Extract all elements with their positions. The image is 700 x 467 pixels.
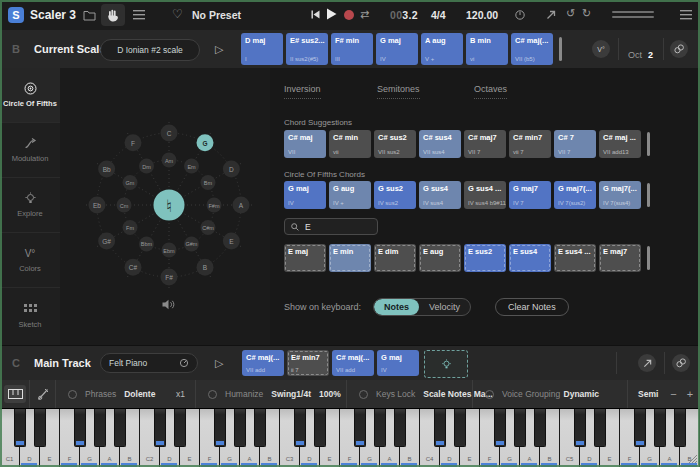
search-input[interactable] (303, 221, 367, 233)
chord-card[interactable]: E sus4 (509, 244, 551, 272)
black-key-F#[interactable] (634, 409, 646, 447)
keyboard-toggle-button[interactable] (4, 385, 26, 403)
tab-semitones[interactable]: Semitones (377, 84, 420, 99)
chord-card[interactable]: B minvi (466, 33, 508, 65)
chord-card[interactable]: C# min7vii 7 (509, 130, 551, 158)
chord-card[interactable]: G majIV (376, 33, 418, 65)
list-view-icon[interactable] (133, 10, 145, 20)
humanize-rate[interactable]: 1/4t (296, 389, 311, 399)
scrollbar-thumb[interactable] (647, 132, 650, 156)
black-key-G#[interactable] (94, 409, 106, 447)
chord-card[interactable]: C# maj(...VII add (242, 350, 284, 376)
sidebar-item-sketch[interactable]: Sketch (0, 288, 60, 343)
black-key-A#[interactable] (394, 409, 406, 447)
cof-node-Bb[interactable]: Bb (98, 161, 115, 178)
chord-card[interactable]: E aug (419, 244, 461, 272)
humanize-amount[interactable]: 100% (319, 389, 341, 399)
chord-card[interactable]: E# min7ii 7 (287, 350, 329, 376)
chord-card[interactable]: C# sus2VII sus2 (374, 130, 416, 158)
phrases-value[interactable]: Dolente (124, 389, 155, 399)
cof-node-B[interactable]: B (197, 259, 214, 276)
level-meter[interactable] (612, 11, 654, 21)
scrollbar-thumb[interactable] (559, 37, 562, 61)
record-button[interactable] (344, 10, 354, 20)
chord-card[interactable]: E# sus2...II sus2(#5) (286, 33, 328, 65)
export-arrow-icon[interactable] (546, 10, 556, 20)
sidebar-item-circle-of-fifths[interactable]: Circle Of Fifths (0, 68, 60, 123)
sidebar-item-explore[interactable]: Explore (0, 178, 60, 233)
black-key-C#[interactable] (574, 409, 586, 447)
chord-card[interactable]: C# maj(...VII add (332, 350, 374, 376)
audition-speaker-icon[interactable] (162, 299, 176, 310)
bow-icon[interactable] (37, 388, 49, 401)
black-key-C#[interactable] (434, 409, 446, 447)
favorite-heart-icon[interactable]: ♡ (172, 8, 183, 20)
undo-icon[interactable]: ↺ (566, 7, 575, 20)
humanize-value[interactable]: Swing (271, 389, 296, 399)
chord-card[interactable]: G maj7IV 7 (509, 181, 551, 209)
play-button[interactable] (326, 8, 337, 20)
chord-card[interactable]: E dim (374, 244, 416, 272)
humanize-radio[interactable] (208, 390, 217, 399)
chord-card[interactable]: C# maj(...VII (b5) (511, 33, 553, 65)
link-button[interactable] (670, 40, 688, 58)
black-key-F#[interactable] (494, 409, 506, 447)
scrollbar-thumb[interactable] (647, 183, 650, 207)
chord-card[interactable]: C# maj ...VII add13 (599, 130, 641, 158)
black-key-G#[interactable] (514, 409, 526, 447)
black-key-D#[interactable] (34, 409, 46, 447)
chord-card[interactable]: G augIV + (329, 181, 371, 209)
tab-octaves[interactable]: Octaves (474, 84, 507, 99)
chord-card[interactable]: E sus4 ... (554, 244, 596, 272)
cof-center[interactable]: ♮ (154, 190, 185, 221)
black-key-A#[interactable] (254, 409, 266, 447)
timer-icon[interactable] (515, 10, 525, 20)
cof-node-D[interactable]: D (223, 161, 240, 178)
phrases-segment[interactable]: Phrases Dolente x1 (56, 380, 196, 408)
cof-node-Bm[interactable]: Bm (200, 175, 215, 190)
skip-to-start-icon[interactable] (311, 10, 320, 19)
black-key-A#[interactable] (674, 409, 686, 447)
voice-grouping-value[interactable]: Dynamic (564, 389, 599, 399)
phrases-multiplier[interactable]: x1 (176, 389, 185, 399)
octave-control[interactable]: Oct2 (628, 44, 653, 62)
chord-card[interactable]: G maj7(...IV 7(sus4) (599, 181, 641, 209)
chord-search-box[interactable] (284, 218, 378, 235)
cof-node-Cm[interactable]: Cm (117, 198, 132, 213)
chord-card[interactable]: G sus4 ...IV sus4 b9#11 (464, 181, 506, 209)
chord-card[interactable]: E maj7 (599, 244, 641, 272)
chord-card[interactable]: C# sus4VII sus4 (419, 130, 461, 158)
cof-node-G[interactable]: G (197, 134, 214, 151)
humanize-segment[interactable]: Humanize Swing 1/4t 100% (196, 380, 347, 408)
chord-card[interactable]: G maj7(...IV 7(sus2) (554, 181, 596, 209)
toggle-velocity[interactable]: Velocity (419, 299, 470, 315)
chord-card[interactable]: G majIV (377, 350, 419, 376)
play-track-icon[interactable]: ▷ (215, 357, 223, 370)
chord-card[interactable]: A augV + (421, 33, 463, 65)
cof-node-F[interactable]: F (125, 134, 142, 151)
browser-folder-icon[interactable] (83, 10, 96, 21)
black-key-G#[interactable] (374, 409, 386, 447)
cof-node-E[interactable]: E (223, 233, 240, 250)
black-key-G#[interactable] (654, 409, 666, 447)
circle-of-fifths-wheel[interactable]: AmEmBmF#mC#mG#mEbmBbmFmCmGmDmCGDAEBF#C#G… (60, 68, 270, 318)
keys-lock-radio[interactable] (359, 390, 368, 399)
chord-card[interactable]: C# minvii (329, 130, 371, 158)
loop-icon[interactable]: ⇄ (360, 8, 369, 21)
black-key-C#[interactable] (154, 409, 166, 447)
scale-name-pill[interactable]: D Ionian #2 scale (100, 39, 200, 61)
instrument-pill[interactable]: Felt Piano (100, 353, 198, 373)
chord-card[interactable]: C# maj7VII 7 (464, 130, 506, 158)
cof-node-Gm[interactable]: Gm (123, 175, 138, 190)
redo-icon[interactable]: ↻ (582, 7, 591, 20)
play-scale-icon[interactable]: ▷ (215, 43, 223, 56)
chord-card[interactable]: E sus2 (464, 244, 506, 272)
black-key-F#[interactable] (214, 409, 226, 447)
black-key-G#[interactable] (234, 409, 246, 447)
cof-node-Dm[interactable]: Dm (139, 159, 154, 174)
tab-inversion[interactable]: Inversion (284, 84, 321, 99)
voicing-badge[interactable]: V° (592, 40, 610, 58)
black-key-C#[interactable] (14, 409, 26, 447)
voice-grouping-radio[interactable] (485, 390, 494, 399)
transpose-minus-button[interactable]: − (670, 389, 676, 399)
